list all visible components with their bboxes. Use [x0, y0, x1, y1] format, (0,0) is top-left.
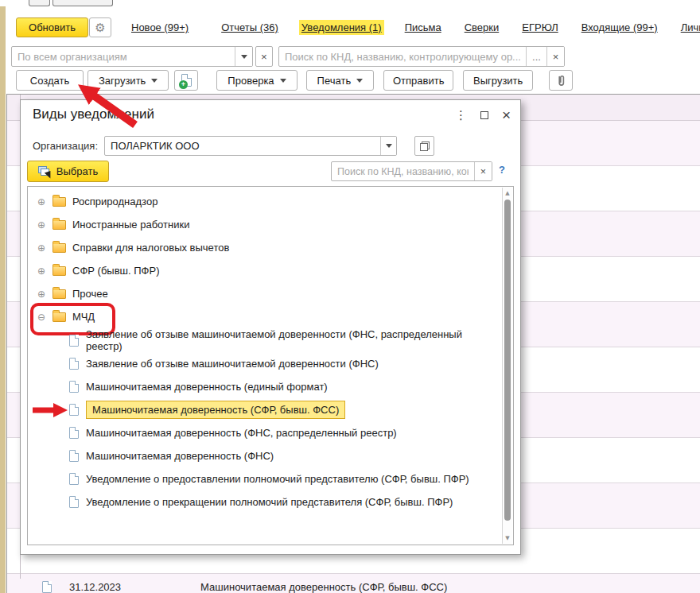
send-button[interactable]: Отправить [383, 70, 453, 91]
print-button-label: Печать [317, 75, 352, 87]
tree-folder-row[interactable]: ⊕Иностранные работники [28, 213, 502, 236]
expand-icon[interactable]: ⊕ [36, 196, 47, 207]
search-field[interactable]: ... × [278, 46, 565, 67]
tree-item-label: Уведомление о прекращении полномочий пре… [86, 496, 453, 508]
create-button[interactable]: Создать [16, 70, 84, 91]
tree-document-row[interactable]: Заявление об отзыве машиночитаемой довер… [28, 328, 502, 352]
notification-types-tree: ⊕Росприроднадзор⊕Иностранные работники⊕С… [27, 186, 514, 545]
open-organization-button[interactable] [414, 136, 434, 156]
document-icon [69, 473, 79, 485]
table-row[interactable]: 31.12.2023 Машиночитаемая доверенность (… [7, 579, 700, 593]
folder-icon [52, 312, 66, 322]
chevron-down-icon [241, 55, 247, 59]
clear-organization-filter-button[interactable]: × [255, 46, 273, 67]
maximize-icon[interactable] [480, 111, 488, 119]
dropdown-button[interactable] [235, 47, 252, 66]
tree-item-label: Заявление об отзыве машиночитаемой довер… [86, 358, 379, 370]
tree-folder-row[interactable]: ⊕Росприроднадзор [28, 190, 502, 213]
scroll-down-icon[interactable]: ▼ [503, 533, 512, 543]
search-input[interactable] [279, 47, 526, 66]
row-title: Машиночитаемая доверенность (СФР, бывш. … [200, 581, 447, 593]
folder-icon [52, 220, 66, 230]
tab-item[interactable]: Сверки [462, 20, 502, 35]
check-button-label: Проверка [228, 75, 274, 87]
organization-combobox[interactable] [104, 136, 397, 156]
load-button[interactable]: Загрузить [88, 70, 169, 91]
tab-item[interactable]: Уведомления (1) [299, 20, 384, 35]
window-edge-strip [0, 6, 6, 593]
tree-document-row[interactable]: Машиночитаемая доверенность (ФНС) [28, 444, 502, 467]
document-icon [69, 335, 79, 347]
check-button[interactable]: Проверка [216, 70, 297, 91]
load-button-label: Загрузить [99, 75, 146, 87]
tree-item-label: Машиночитаемая доверенность (СФР, бывш. … [86, 401, 345, 419]
tab-item[interactable]: ЕГРЮЛ [519, 20, 560, 35]
organization-filter-combobox[interactable] [11, 46, 253, 67]
tree-document-row[interactable]: Машиночитаемая доверенность (СФР, бывш. … [28, 398, 502, 421]
folder-icon [52, 243, 66, 253]
tree-folder-row[interactable]: ⊕Прочее [28, 282, 502, 305]
chevron-down-icon [386, 144, 392, 148]
close-icon[interactable]: × [502, 110, 511, 121]
tab-item[interactable]: Отчеты (36) [219, 20, 281, 35]
expand-icon[interactable]: ⊕ [36, 265, 47, 277]
tree-document-row[interactable]: Заявление об отзыве машиночитаемой довер… [28, 352, 502, 375]
tree-item-label: Машиночитаемая доверенность (ФНС) [86, 450, 274, 462]
tree-folder-row[interactable]: ⊕Справки для налоговых вычетов [28, 236, 502, 259]
scroll-up-icon[interactable]: ▲ [503, 188, 512, 198]
scrollbar-thumb[interactable] [504, 200, 511, 521]
clear-search-button[interactable]: × [546, 47, 564, 66]
dialog-search-input[interactable] [332, 162, 474, 180]
help-link[interactable]: ? [499, 164, 505, 176]
tree-document-row[interactable]: Машиночитаемая доверенность (ФНС, распре… [28, 421, 502, 444]
dialog-search-field[interactable]: × [331, 161, 492, 181]
select-button[interactable]: Выбрать [27, 161, 109, 182]
tree-document-row[interactable]: Уведомление о предоставлении полномочий … [28, 467, 502, 490]
organization-filter-input[interactable] [12, 47, 235, 66]
tree-item-label: Справки для налоговых вычетов [72, 242, 229, 254]
dropdown-button[interactable] [380, 137, 396, 155]
expand-icon[interactable]: ⊕ [36, 242, 47, 254]
more-options-button[interactable]: ... [526, 47, 546, 66]
create-from-file-button[interactable] [174, 70, 198, 91]
document-icon [69, 496, 79, 508]
attachments-button[interactable] [549, 70, 573, 91]
tree-folder-row[interactable]: ⊖МЧД [28, 305, 502, 328]
organization-value-input[interactable] [105, 137, 380, 155]
collapse-icon[interactable]: ⊖ [36, 312, 47, 323]
folder-icon [52, 289, 66, 299]
settings-button[interactable]: ⚙ [89, 17, 111, 37]
tab-item[interactable]: Входящие (99+) [579, 20, 660, 35]
expand-icon[interactable]: ⊕ [36, 289, 47, 300]
expand-icon[interactable]: ⊕ [36, 219, 47, 231]
cut-off-button[interactable] [52, 0, 113, 6]
print-button[interactable]: Печать [306, 70, 375, 91]
tab-item[interactable]: Новое (99+) [129, 20, 191, 35]
kebab-menu-icon[interactable]: ⋮ [455, 108, 467, 122]
cut-off-button[interactable] [29, 0, 50, 6]
dialog-window-controls: ⋮ × [455, 108, 511, 122]
tree-document-row[interactable]: Уведомление о прекращении полномочий пре… [28, 490, 502, 514]
dialog-title: Виды уведомлений [33, 107, 154, 122]
tree-folder-row[interactable]: ⊕СФР (бывш. ПФР) [28, 259, 502, 282]
tree-item-label: Прочее [72, 288, 108, 300]
notification-types-dialog: Виды уведомлений ⋮ × Организация: Выбрат… [20, 99, 521, 555]
tab-bar: Новое (99+)Отчеты (36)Уведомления (1)Пис… [129, 17, 700, 37]
choose-icon [38, 166, 51, 177]
selected-item-arrow-annotation [33, 403, 68, 417]
open-icon [420, 141, 430, 151]
document-icon [69, 427, 79, 439]
chevron-down-icon [356, 79, 363, 83]
refresh-button[interactable]: Обновить [16, 17, 88, 37]
tab-item[interactable]: Письма [402, 20, 444, 35]
tab-item[interactable]: Личные ка [679, 20, 700, 35]
chevron-down-icon [151, 79, 158, 83]
tree-item-label: Иностранные работники [72, 219, 189, 231]
tree-item-label: Машиночитаемая доверенность (ФНС, распре… [86, 427, 397, 439]
tree-document-row[interactable]: Машиночитаемая доверенность (единый форм… [28, 375, 502, 398]
document-icon [69, 381, 79, 393]
clear-search-button[interactable]: × [474, 162, 492, 180]
select-button-label: Выбрать [56, 165, 98, 177]
scrollbar[interactable]: ▲ ▼ [502, 188, 512, 544]
export-button[interactable]: Выгрузить [463, 70, 533, 91]
